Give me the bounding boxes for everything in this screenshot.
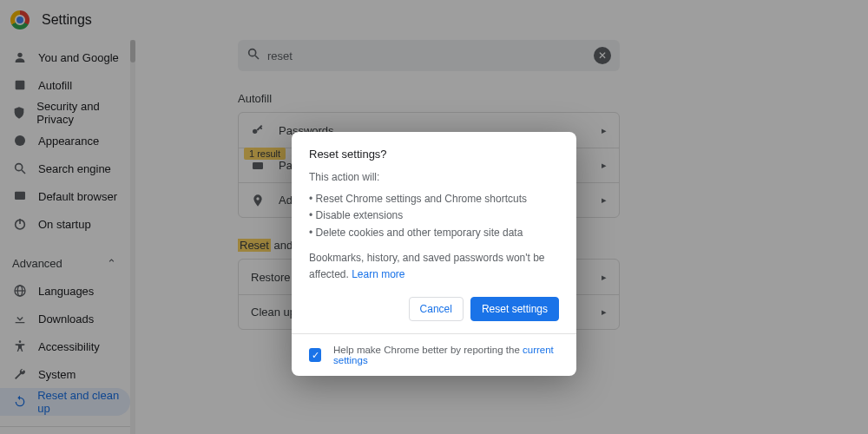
dialog-footer-note: Bookmarks, history, and saved passwords … xyxy=(309,250,559,283)
dialog-note-text: Bookmarks, history, and saved passwords … xyxy=(309,252,545,280)
dialog-bullet: Reset Chrome settings and Chrome shortcu… xyxy=(309,191,559,207)
learn-more-link[interactable]: Learn more xyxy=(352,268,404,280)
dialog-title: Reset settings? xyxy=(309,148,559,161)
dialog-bullet-list: Reset Chrome settings and Chrome shortcu… xyxy=(309,191,559,241)
reset-settings-button[interactable]: Reset settings xyxy=(470,297,559,321)
dialog-bullet: Disable extensions xyxy=(309,207,559,224)
reset-settings-dialog: Reset settings? This action will: Reset … xyxy=(292,132,576,376)
help-text: Help make Chrome better by reporting the xyxy=(333,345,523,355)
dialog-intro: This action will: xyxy=(309,169,559,186)
dialog-help-row: ✓ Help make Chrome better by reporting t… xyxy=(292,333,576,376)
cancel-button[interactable]: Cancel xyxy=(409,297,464,321)
dialog-bullet: Delete cookies and other temporary site … xyxy=(309,225,559,241)
help-checkbox[interactable]: ✓ xyxy=(309,348,321,362)
